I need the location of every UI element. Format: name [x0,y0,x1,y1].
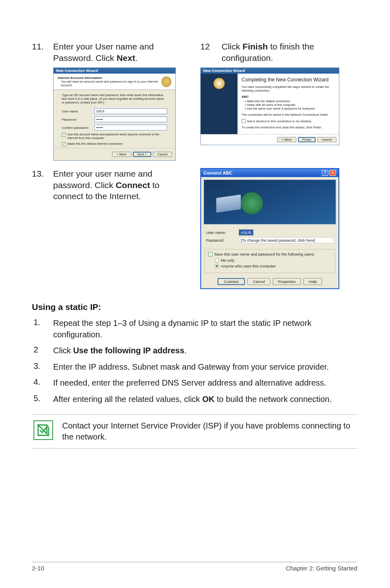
step-text: Click Finish to finish the configuration… [222,41,357,63]
checkbox-shortcut[interactable] [242,119,246,123]
password-label: Password: [62,118,92,121]
back-button[interactable]: < Back [277,137,296,142]
page-number: 2-10 [32,565,44,572]
checkbox-use-account[interactable]: ✓ [62,133,66,137]
step-text: Enter your user name and password. Click… [53,168,189,202]
username-label: User name: [206,230,235,235]
item-number: 3. [32,361,50,373]
wizard-account-info: New Connection Wizard Internet Account I… [53,67,176,161]
connect-dialog: Connect ABC ? × User name: ASUS Password… [200,168,339,289]
item-text: Click Use the following IP address. [53,345,186,357]
step-text: Enter your User name and Password. Click… [53,41,189,63]
username-input[interactable] [94,108,167,114]
note-icon [34,420,53,440]
item-text: Repeat the step 1–3 of Using a dynamic I… [53,318,357,340]
step-12: 12 Click Finish to finish the configurat… [200,41,357,63]
list-item: Share with all users of this computer [245,103,335,107]
page-footer: 2-10 Chapter 2: Getting Started [32,562,357,572]
wizard-heading: Completing the New Connection Wizard [242,77,335,83]
radio-label: Me only [221,258,234,263]
titlebar: New Connection Wizard [201,68,339,74]
dialog-title: Connect ABC [204,171,232,175]
connect-button[interactable]: Connect [217,278,245,285]
list-item: 4. If needed, enter the preferred DNS Se… [32,377,357,389]
next-button[interactable]: Next > [133,152,151,157]
cancel-button[interactable]: Cancel [247,278,270,285]
checkbox-label: Use this account name and password when … [67,133,167,140]
text: Click [222,42,242,51]
checkbox-label: Add a shortcut to this connection to my … [247,119,312,123]
note-box: Contact your Internet Service Provider (… [32,414,357,449]
password-label: Password: [206,238,235,242]
note-text: Contact your Internet Service Provider (… [62,420,357,442]
checkbox-save-credentials[interactable]: ✓ [208,252,213,256]
wizard-text: The connection will be saved in the Netw… [242,113,335,117]
wizard-side-banner [201,74,238,134]
text: . [135,53,138,63]
close-icon[interactable]: × [329,170,336,176]
item-number: 2 [32,345,50,357]
cancel-button[interactable]: Cancel [153,152,172,157]
password-input[interactable] [94,117,167,122]
radio-me-only[interactable] [215,258,219,263]
section-heading: Using a static IP: [32,302,357,312]
item-text: After entering all the related values, c… [53,394,332,405]
radio-label: Anyone who uses this computer [221,264,276,268]
confirm-password-label: Confirm password: [62,126,92,130]
step-number: 13. [32,169,50,179]
feature-list: Make this the default connection Share w… [245,99,335,110]
list-item: 1. Repeat the step 1–3 of Using a dynami… [32,318,357,340]
item-number: 4. [32,377,50,389]
step-number: 12 [200,42,218,52]
list-item: 2 Click Use the following IP address. [32,345,357,357]
item-text: Enter the IP address, Subnet mask and Ga… [53,361,329,373]
wizard-completing: New Connection Wizard Completing the New… [200,67,339,145]
username-label: User name: [62,110,92,113]
hint-text: Type an ISP account name and password, t… [62,93,167,104]
finish-button[interactable]: Finish [298,137,316,142]
dialog-banner [204,180,336,224]
item-text: If needed, enter the preferred DNS Serve… [53,377,326,389]
help-button[interactable]: Help [303,278,322,285]
text: Enter your User name and Password. Click [53,42,154,63]
username-value[interactable]: ASUS [239,229,253,236]
wizard-text: You have successfully completed the step… [242,85,335,92]
wizard-text: To create the connection and close this … [242,126,335,129]
step-11: 11. Enter your User name and Password. C… [32,41,189,63]
wizard-header: Internet Account Information You will ne… [54,74,175,90]
help-icon[interactable]: ? [322,170,328,176]
list-item: 3. Enter the IP address, Subnet mask and… [32,361,357,373]
list-item: Use the same user name & password for ev… [245,107,335,110]
item-number: 1. [32,318,50,340]
checkbox-default-connection[interactable]: ✓ [62,142,66,146]
globe-icon [161,76,171,87]
list-item: Make this the default connection [245,99,335,103]
header-subtitle: You will need an account name and passwo… [61,80,161,87]
step-13: 13. Enter your user name and password. C… [32,168,189,202]
checkbox-label: Make this the default Internet connectio… [67,142,123,146]
bold: Connect [116,180,150,190]
bold: Next [117,53,135,63]
password-placeholder[interactable]: [To change the saved password, click her… [239,237,334,243]
confirm-password-input[interactable] [94,125,167,130]
item-number: 5. [32,394,50,405]
header-title: Internet Account Information [58,76,161,80]
titlebar: New Connection Wizard [54,68,175,74]
step-number: 11. [32,42,50,52]
properties-button[interactable]: Properties [273,278,301,285]
radio-anyone[interactable] [215,264,219,268]
list-item: 5. After entering all the related values… [32,394,357,405]
connection-name: ABC [242,95,335,99]
cancel-button[interactable]: Cancel [317,137,336,142]
bold: Finish [242,42,268,51]
checkbox-label: Save this user name and password for the… [214,252,315,256]
globe-icon [213,78,225,89]
back-button[interactable]: < Back [112,152,131,157]
chapter-title: Chapter 2: Getting Started [286,565,357,572]
